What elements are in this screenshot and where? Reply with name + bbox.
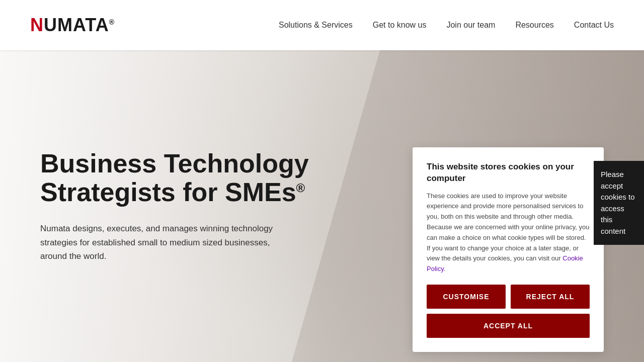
accept-all-button[interactable]: ACCEPT ALL (427, 314, 590, 338)
hero-subtitle: Numata designs, executes, and manages wi… (40, 222, 292, 263)
cookie-body: These cookies are used to improve your w… (427, 191, 590, 275)
nav-resources[interactable]: Resources (515, 21, 553, 30)
main-nav: Solutions & Services Get to know us Join… (279, 21, 614, 30)
logo-reg: ® (109, 18, 115, 26)
cookie-title: This website stores cookies on your comp… (427, 161, 590, 184)
customise-button[interactable]: CUSTOMISE (427, 285, 506, 309)
logo-rest: UMATA (44, 15, 109, 35)
header: NUMATA® Solutions & Services Get to know… (0, 0, 644, 50)
logo[interactable]: NUMATA® (30, 15, 115, 36)
nav-contact[interactable]: Contact Us (574, 21, 614, 30)
cookie-banner: This website stores cookies on your comp… (413, 147, 604, 352)
side-tooltip: Please accept cookies to access this con… (594, 161, 644, 245)
reject-all-button[interactable]: REJECT ALL (511, 285, 590, 309)
cookie-button-row: CUSTOMISE REJECT ALL (427, 285, 590, 309)
hero-reg-mark: ® (296, 181, 305, 195)
nav-solutions[interactable]: Solutions & Services (279, 21, 353, 30)
hero-title: Business Technology Strategists for SMEs… (40, 149, 322, 207)
logo-initial: N (30, 15, 44, 35)
nav-about[interactable]: Get to know us (373, 21, 427, 30)
nav-careers[interactable]: Join our team (446, 21, 495, 30)
